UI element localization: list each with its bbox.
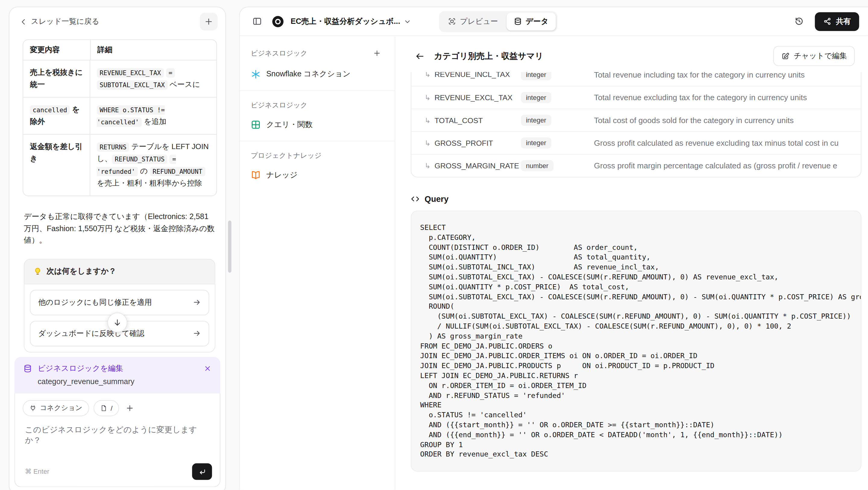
add-business-logic-button[interactable] [370,47,384,60]
composer-footer: ⌘ Enter [23,463,212,480]
app-logo-icon [272,16,284,27]
changes-table-row: 売上を税抜きに統一REVENUE_EXCL_TAX = SUBTOTAL_EXC… [23,60,216,97]
tab-data[interactable]: データ [506,12,556,30]
next-steps-title: 次は何をしますか？ [46,266,116,277]
field-row: ↳GROSS_PROFITintegerGross profit calcula… [411,131,861,154]
banner-target-name: category_revenue_summary [38,377,213,386]
changes-table-row: 返金額を差し引きRETURNS テーブルを LEFT JOIN し、REFUND… [23,134,216,196]
field-name: ↳GROSS_PROFIT [425,139,521,147]
field-name: ↳TOTAL_COST [425,116,521,125]
text-run: を追加 [142,117,167,126]
suggestion-button[interactable]: 他のロジックにも同じ修正を適用 [30,290,209,315]
scan-icon [448,17,456,26]
plus-icon [204,17,213,26]
database-icon [514,17,522,26]
edit-in-chat-button[interactable]: チャットで編集 [773,46,855,66]
field-type-cell: number [521,160,594,171]
type-badge: integer [521,138,551,149]
type-badge: integer [521,92,551,103]
field-name-text: TOTAL_COST [435,116,483,125]
doc-title-dropdown[interactable]: EC売上・収益分析ダッシュボ... [290,14,412,29]
next-steps-header: 次は何をしますか？ [24,259,216,284]
chevron-down-icon [404,18,411,25]
chat-panel: スレッド一覧に戻る 変更内容 詳細 売上を税抜きに統一REVENUE_EXCL_… [9,7,226,490]
field-description: Total cost of goods sold for the categor… [594,116,861,125]
nav-section-title: ビジネスロジック [251,101,307,110]
nav-item-snowflake[interactable]: Snowflake コネクション [251,69,384,79]
text-run: ベースに [167,80,200,89]
nav-section-header: プロジェクトナレッジ [251,151,384,161]
main-content: カテゴリ別売上・収益サマリ チャットで編集 ↳REVENUE_INCL_TAXi… [395,36,868,490]
change-detail-cell: REVENUE_EXCL_TAX = SUBTOTAL_EXCL_TAX ベース… [90,60,216,97]
lightbulb-icon [33,267,42,276]
share-button[interactable]: 共有 [815,12,859,30]
inline-code: cancelled [30,105,70,114]
grid-icon [251,120,261,130]
query-section-header: Query [411,194,868,203]
nested-arrow-icon: ↳ [425,162,431,170]
nav-section-header: ビジネスロジック [251,101,384,110]
composer-stack: ビジネスロジックを編集 category_revenue_summary コネク… [14,357,220,487]
detail-col-header: 詳細 [90,40,216,60]
nav-item-label: Snowflake コネクション [266,69,350,79]
topbar: EC売上・収益分析ダッシュボ... プレビューデータ 共有 [240,7,868,36]
back-to-threads-link[interactable]: スレッド一覧に戻る [19,15,101,29]
app-root: スレッド一覧に戻る 変更内容 詳細 売上を税抜きに統一REVENUE_EXCL_… [0,0,868,490]
inline-code: REFUND_AMOUNT [150,167,205,176]
schema-fields-table: ↳REVENUE_INCL_TAXintegerTotal revenue in… [411,72,861,177]
connection-icon [29,405,36,412]
composer-add-button[interactable] [124,402,136,414]
chevron-left-icon [19,18,28,26]
chip-label: コネクション [40,403,82,413]
arrow-right-icon [193,298,201,307]
chat-header: スレッド一覧に戻る [9,7,225,36]
back-label: スレッド一覧に戻る [31,17,99,27]
edit-logic-banner: ビジネスロジックを編集 category_revenue_summary [14,357,220,394]
field-type-cell: integer [521,115,594,126]
changes-table: 変更内容 詳細 売上を税抜きに統一REVENUE_EXCL_TAX = SUBT… [23,39,217,196]
nav-item-label: ナレッジ [266,170,298,180]
nav-item-grid[interactable]: クエリ・関数 [251,120,384,130]
view-tabs: プレビューデータ [439,11,557,32]
sql-code-block: SELECT p.CATEGORY, COUNT(DISTINCT o.ORDE… [411,211,861,471]
plus-icon [373,49,381,57]
composer-chip-connection[interactable]: コネクション [23,400,89,416]
nav-section: プロジェクトナレッジナレッジ [240,141,395,191]
app-body: ビジネスロジックSnowflake コネクションビジネスロジッククエリ・関数プロ… [240,36,868,490]
main-header: カテゴリ別売上・収益サマリ チャットで編集 [395,36,868,72]
changes-table-body: 売上を税抜きに統一REVENUE_EXCL_TAX = SUBTOTAL_EXC… [23,60,216,196]
inline-code: REFUND_STATUS [112,154,167,164]
type-badge: integer [521,115,551,126]
back-button[interactable] [411,47,429,65]
field-description: Total revenue including tax for the cate… [594,72,861,79]
new-thread-button[interactable] [200,13,218,30]
chat-scrollbar-thumb[interactable] [228,221,231,273]
composer-chips: コネクション/ [23,400,212,416]
history-icon [794,17,804,26]
field-name: ↳REVENUE_INCL_TAX [425,72,521,79]
text-run [164,68,166,77]
change-label-cell: 売上を税抜きに統一 [23,60,90,97]
change-label-cell: cancelled を除外 [23,97,90,134]
banner-close-button[interactable] [203,364,213,374]
share-label: 共有 [836,16,851,26]
toggle-sidebar-button[interactable] [249,13,265,30]
field-type-cell: integer [521,72,594,80]
arrow-right-icon [193,329,201,338]
edit-in-chat-label: チャットで編集 [794,51,847,61]
field-type-cell: integer [521,138,594,149]
tab-preview[interactable]: プレビュー [441,12,505,30]
scroll-to-bottom-button[interactable] [107,313,127,333]
nested-arrow-icon: ↳ [425,139,431,147]
nested-arrow-icon: ↳ [425,116,431,125]
suggestion-label: 他のロジックにも同じ修正を適用 [38,297,152,307]
nav-item-book[interactable]: ナレッジ [251,170,384,180]
history-button[interactable] [790,13,807,30]
composer-chip-page[interactable]: / [93,400,119,416]
text-run: 売上を税抜きに統一 [30,68,83,89]
send-button[interactable] [192,463,212,480]
query-title: Query [425,194,449,203]
composer-input[interactable]: このビジネスロジックをどのように変更しますか？ [25,425,210,445]
nav-section-title: プロジェクトナレッジ [251,151,321,161]
text-run: の [138,167,150,175]
